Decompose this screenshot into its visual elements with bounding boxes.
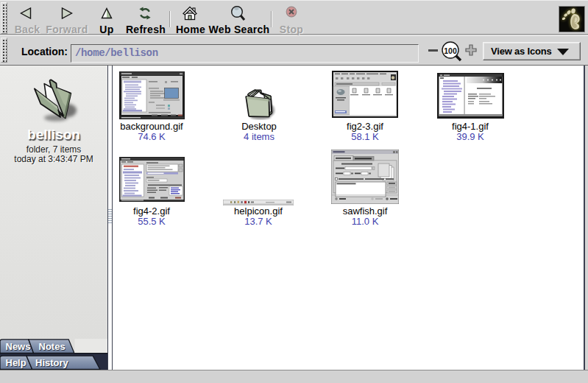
svg-text:Help: Help [6,357,26,368]
svg-text:Notes: Notes [39,341,65,352]
svg-text:History: History [35,357,69,368]
svg-text:100: 100 [444,46,457,55]
svg-text:News: News [6,341,31,352]
